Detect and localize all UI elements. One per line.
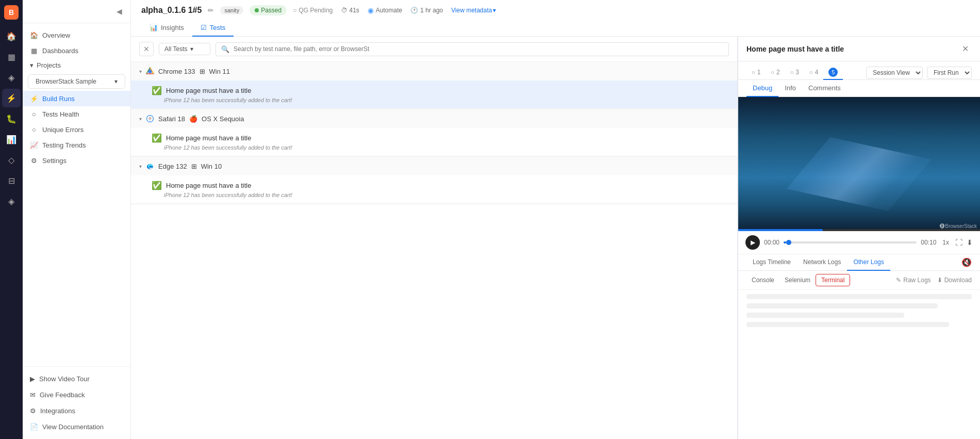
settings-label: Settings (42, 157, 67, 165)
sidebar-icon-group[interactable]: ◈ (2, 192, 21, 210)
nav-item-settings[interactable]: ⚙ Settings (23, 153, 130, 168)
panel-tabs: Debug Info Comments (738, 80, 980, 97)
sidebar-icon-code[interactable]: ◈ (2, 68, 21, 87)
service-label: Automate (376, 7, 402, 14)
search-icon: 🔍 (221, 45, 229, 53)
step1-label: 1 (757, 69, 761, 76)
panel-tab-info[interactable]: Info (778, 80, 802, 97)
current-time: 00:00 (764, 239, 779, 246)
log-sub-tab-selenium[interactable]: Selenium (779, 274, 816, 286)
panel-tab-comments[interactable]: Comments (802, 80, 847, 97)
logs-tab-other[interactable]: Other Logs (847, 254, 890, 271)
logs-tab-network[interactable]: Network Logs (797, 254, 847, 271)
tab-insights[interactable]: 📊 Insights (141, 20, 192, 37)
insights-icon: 📊 (150, 24, 158, 31)
video-progress-fill (738, 229, 823, 231)
step-tab-4[interactable]: ○ 4 (804, 67, 823, 79)
nav-item-testing-trends[interactable]: 📈 Testing Trends (23, 137, 130, 153)
seek-bar[interactable] (784, 241, 917, 243)
play-button[interactable]: ▶ (745, 235, 760, 250)
nav-item-overview[interactable]: 🏠 Overview (23, 27, 130, 43)
unique-errors-label: Unique Errors (42, 126, 84, 134)
step-tab-3[interactable]: ○ 3 (785, 67, 804, 79)
sidebar-icon-table[interactable]: ⊟ (2, 171, 21, 190)
feedback-label: Give Feedback (40, 391, 85, 399)
nav-item-tests-health[interactable]: ○ Tests Health (23, 106, 130, 122)
close-button[interactable]: ✕ (959, 43, 972, 55)
feedback-icon: ✉ (30, 391, 36, 399)
duration-label: 41s (350, 7, 359, 14)
test-row[interactable]: ✅ Home page must have a title iPhone 12 … (131, 128, 737, 156)
speed-button[interactable]: 1x (940, 238, 951, 247)
test-subtitle: iPhone 12 has been successfully added to… (164, 144, 729, 151)
nav-item-dashboards[interactable]: ▦ Dashboards (23, 43, 130, 58)
sidebar-icon-home[interactable]: 🏠 (2, 27, 21, 45)
log-actions: ✎ Raw Logs ⬇ Download (896, 277, 972, 284)
mute-button[interactable]: 🔇 (961, 257, 972, 267)
windows-icon-chrome: ⊞ (200, 68, 205, 75)
browser-group-safari: ▾ Safari 18 🍎 OS X Sequoia ✅ (131, 109, 737, 157)
project-selector[interactable]: BrowserStack Sample ▾ (28, 74, 125, 89)
test-row[interactable]: ✅ Home page must have a title iPhone 12 … (131, 80, 737, 109)
integrations-item[interactable]: ⚙ Integrations (23, 403, 130, 419)
step4-label: 4 (815, 69, 819, 76)
test-row[interactable]: ✅ Home page must have a title iPhone 12 … (131, 175, 737, 204)
sidebar-icon-chart[interactable]: 📊 (2, 130, 21, 149)
header-tabs: 📊 Insights ☑ Tests (141, 20, 970, 36)
video-progress-bar[interactable] (738, 229, 980, 231)
chrome-browser-header[interactable]: ▾ Chrome 133 ⊞ Win 11 (131, 62, 737, 80)
tab-tests[interactable]: ☑ Tests (192, 20, 234, 37)
testing-trends-icon: 📈 (30, 141, 38, 149)
collapse-button[interactable]: ◀ (114, 5, 124, 18)
first-run-select[interactable]: First Run (927, 67, 972, 79)
sidebar-icon-dashboard[interactable]: ▦ (2, 47, 21, 66)
chrome-icon (146, 67, 154, 75)
session-view-select[interactable]: Session View (866, 67, 923, 79)
build-runs-label: Build Runs (42, 95, 75, 103)
unique-errors-icon: ○ (30, 125, 38, 134)
edit-icon[interactable]: ✏ (208, 6, 214, 14)
pending-label: QG Pending (298, 7, 333, 14)
tests-icon: ☑ (201, 24, 207, 31)
download-video-button[interactable]: ⬇ (967, 238, 973, 247)
debug-label: Debug (753, 84, 772, 92)
log-sub-tab-terminal[interactable]: Terminal (816, 274, 850, 286)
status-dot (255, 8, 259, 12)
edge-browser-header[interactable]: ▾ Edge 132 ⊞ Win 10 (131, 157, 737, 175)
time-icon: 🕐 (410, 7, 418, 14)
view-documentation-item[interactable]: 📄 View Documentation (23, 419, 130, 435)
app-logo[interactable]: B (4, 5, 19, 20)
step-tab-1[interactable]: ○ 1 (746, 67, 766, 79)
nav-item-unique-errors[interactable]: ○ Unique Errors (23, 122, 130, 137)
content-area: ✕ All Tests ▾ 🔍 ▾ (131, 37, 980, 439)
projects-section[interactable]: ▾ Projects (23, 58, 130, 72)
tests-health-label: Tests Health (42, 110, 79, 118)
search-input[interactable] (234, 45, 723, 53)
documentation-icon: 📄 (30, 423, 38, 431)
sidebar-icon-build[interactable]: ⚡ (2, 89, 21, 107)
top-header: alpha_0.1.6 1#5 ✏ sanity Passed ○ QG Pen… (131, 0, 980, 37)
panel-tab-debug[interactable]: Debug (746, 80, 778, 97)
step-tab-2[interactable]: ○ 2 (766, 67, 785, 79)
integrations-label: Integrations (40, 407, 75, 415)
give-feedback-item[interactable]: ✉ Give Feedback (23, 387, 130, 403)
clear-button[interactable]: ✕ (139, 42, 154, 56)
download-logs-button[interactable]: ⬇ Download (937, 277, 972, 284)
filter-select[interactable]: All Tests ▾ (159, 43, 210, 55)
video-tour-label: Show Video Tour (39, 375, 90, 383)
sidebar-icon-bug[interactable]: 🐛 (2, 109, 21, 128)
raw-logs-button[interactable]: ✎ Raw Logs (896, 277, 931, 284)
step-tab-5[interactable]: 5 (823, 66, 843, 80)
sidebar-icon-share[interactable]: ◇ (2, 151, 21, 169)
step5-num: 5 (828, 68, 838, 77)
show-video-tour-item[interactable]: ▶ Show Video Tour (23, 371, 130, 387)
chrome-chevron-icon: ▾ (139, 69, 142, 74)
logs-tab-timeline[interactable]: Logs Timeline (746, 254, 797, 271)
chrome-os-name: Win 11 (209, 68, 230, 75)
nav-item-build-runs[interactable]: ⚡ Build Runs (23, 91, 130, 106)
fullscreen-button[interactable]: ⛶ (955, 238, 962, 247)
safari-browser-header[interactable]: ▾ Safari 18 🍎 OS X Sequoia (131, 109, 737, 128)
chrome-browser-name: Chrome 133 (158, 68, 195, 75)
log-sub-tab-console[interactable]: Console (746, 274, 779, 286)
view-metadata-button[interactable]: View metadata ▾ (451, 7, 496, 14)
